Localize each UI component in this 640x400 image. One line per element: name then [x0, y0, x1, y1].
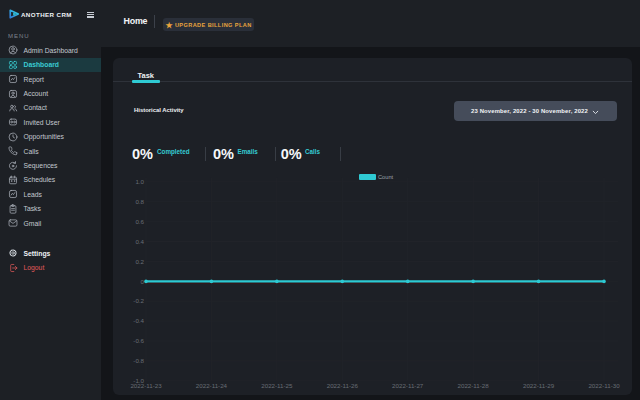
svg-text:-0.8: -0.8	[133, 357, 144, 364]
svg-text:2022-11-27: 2022-11-27	[392, 382, 424, 389]
svg-text:2022-11-24: 2022-11-24	[196, 382, 228, 389]
svg-text:0.2: 0.2	[135, 258, 144, 265]
svg-text:2022-11-23: 2022-11-23	[130, 382, 162, 389]
svg-text:2022-11-26: 2022-11-26	[327, 382, 359, 389]
svg-text:-0.4: -0.4	[133, 317, 144, 324]
svg-text:-0.6: -0.6	[133, 337, 144, 344]
svg-text:2022-11-25: 2022-11-25	[261, 382, 293, 389]
svg-text:0.4: 0.4	[135, 238, 144, 245]
svg-text:0: 0	[141, 278, 145, 285]
svg-text:2022-11-30: 2022-11-30	[588, 382, 620, 389]
svg-text:0.8: 0.8	[135, 198, 144, 205]
svg-text:2022-11-29: 2022-11-29	[523, 382, 555, 389]
svg-text:2022-11-28: 2022-11-28	[458, 382, 490, 389]
svg-text:-0.2: -0.2	[133, 297, 144, 304]
svg-text:Count: Count	[378, 174, 394, 180]
svg-text:1.0: 1.0	[135, 178, 144, 185]
svg-text:0.6: 0.6	[135, 218, 144, 225]
